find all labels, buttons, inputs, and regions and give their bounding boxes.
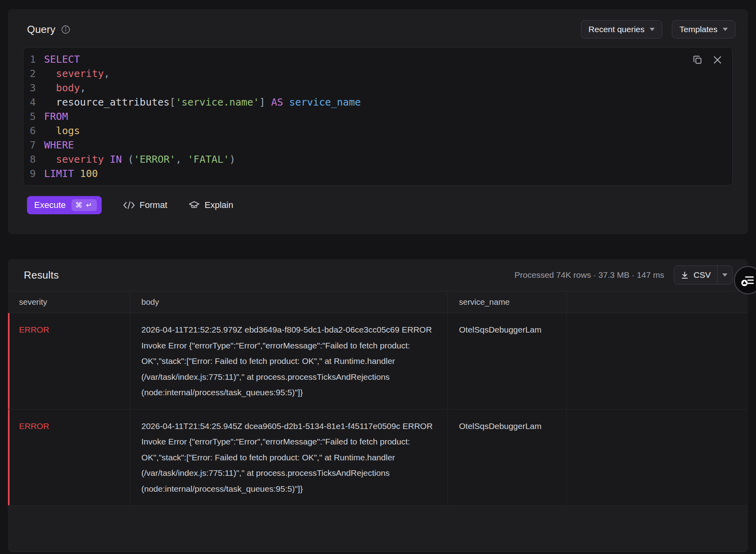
code-line: 4 resource_attributes['service.name'] AS… <box>29 95 732 110</box>
results-body: ERROR2026-04-11T21:52:25.979Z ebd3649a-f… <box>8 313 748 506</box>
results-panel: Results Processed 74K rows · 37.3 MB · 1… <box>8 259 748 552</box>
code-line: 7WHERE <box>29 138 732 152</box>
cell-empty <box>567 313 748 409</box>
line-number: 3 <box>29 81 36 95</box>
cell-severity: ERROR <box>8 313 130 409</box>
line-number: 2 <box>29 67 36 81</box>
table-row[interactable]: ERROR2026-04-11T21:54:25.945Z dcea9605-d… <box>8 410 748 506</box>
results-title: Results <box>24 269 59 281</box>
code-line: 2 severity, <box>29 67 732 81</box>
code-lines: 1SELECT2 severity,3 body,4 resource_attr… <box>23 48 732 181</box>
cell-body: 2026-04-11T21:52:25.979Z ebd3649a-f809-5… <box>130 313 448 409</box>
execute-button[interactable]: Execute ⌘ ↵ <box>27 196 102 214</box>
code-brackets-icon <box>123 200 135 210</box>
cell-service-name: OtelSqsDebuggerLam <box>448 313 567 409</box>
execute-label: Execute <box>34 200 66 210</box>
cell-service-name: OtelSqsDebuggerLam <box>448 410 567 506</box>
column-header-empty <box>567 291 748 313</box>
templates-button[interactable]: Templates <box>672 20 735 38</box>
csv-download-button[interactable]: CSV <box>674 266 717 284</box>
code-line: 8 severity IN ('ERROR', 'FATAL') <box>29 152 732 167</box>
cell-severity: ERROR <box>8 410 130 506</box>
line-number: 7 <box>29 138 36 152</box>
info-icon[interactable] <box>61 25 70 34</box>
chevron-down-icon <box>723 28 728 31</box>
editor-toolbar: Execute ⌘ ↵ Format Explain <box>27 196 748 214</box>
line-number: 8 <box>29 152 36 167</box>
line-number: 6 <box>29 124 36 138</box>
table-row[interactable]: ERROR2026-04-11T21:52:25.979Z ebd3649a-f… <box>8 313 748 410</box>
line-number: 1 <box>29 52 36 67</box>
code-line: 1SELECT <box>29 52 732 67</box>
close-icon[interactable] <box>713 56 722 64</box>
recent-queries-label: Recent queries <box>588 25 644 34</box>
keyboard-shortcut-badge: ⌘ ↵ <box>71 199 97 211</box>
line-number: 9 <box>29 167 36 181</box>
sql-editor[interactable]: 1SELECT2 severity,3 body,4 resource_attr… <box>23 47 733 186</box>
code-line: 3 body, <box>29 81 732 95</box>
column-header-severity: severity <box>8 291 130 313</box>
recent-queries-button[interactable]: Recent queries <box>581 20 662 38</box>
code-line: 6 logs <box>29 124 732 138</box>
csv-export-group: CSV <box>674 265 733 285</box>
query-panel-header: Query Recent queries Templates <box>8 9 748 38</box>
query-stats: Processed 74K rows · 37.3 MB · 147 ms <box>515 270 664 280</box>
templates-label: Templates <box>679 25 717 34</box>
line-number: 5 <box>29 110 36 124</box>
results-table-header: severity body service_name <box>8 291 748 313</box>
csv-label: CSV <box>694 270 711 280</box>
cell-body: 2026-04-11T21:54:25.945Z dcea9605-d2b1-5… <box>130 410 448 506</box>
download-icon <box>681 271 689 279</box>
graduation-cap-icon <box>189 200 200 210</box>
log-list-icon <box>741 273 755 287</box>
copy-icon[interactable] <box>692 55 703 65</box>
code-line: 9LIMIT 100 <box>29 167 732 181</box>
csv-options-caret[interactable] <box>717 266 732 284</box>
code-line: 5FROM <box>29 110 732 124</box>
column-header-body: body <box>130 291 448 313</box>
results-header: Results Processed 74K rows · 37.3 MB · 1… <box>8 259 748 291</box>
query-title: Query <box>27 23 56 36</box>
chevron-down-icon <box>650 28 655 31</box>
query-panel: Query Recent queries Templates <box>8 9 748 234</box>
column-header-service-name: service_name <box>448 291 567 313</box>
explain-button[interactable]: Explain <box>189 200 233 210</box>
cell-empty <box>567 410 748 506</box>
chevron-down-icon <box>722 273 727 277</box>
format-label: Format <box>140 200 168 210</box>
line-number: 4 <box>29 95 36 110</box>
format-button[interactable]: Format <box>123 200 168 210</box>
explain-label: Explain <box>204 200 233 210</box>
query-console-page: Query Recent queries Templates <box>0 0 756 554</box>
